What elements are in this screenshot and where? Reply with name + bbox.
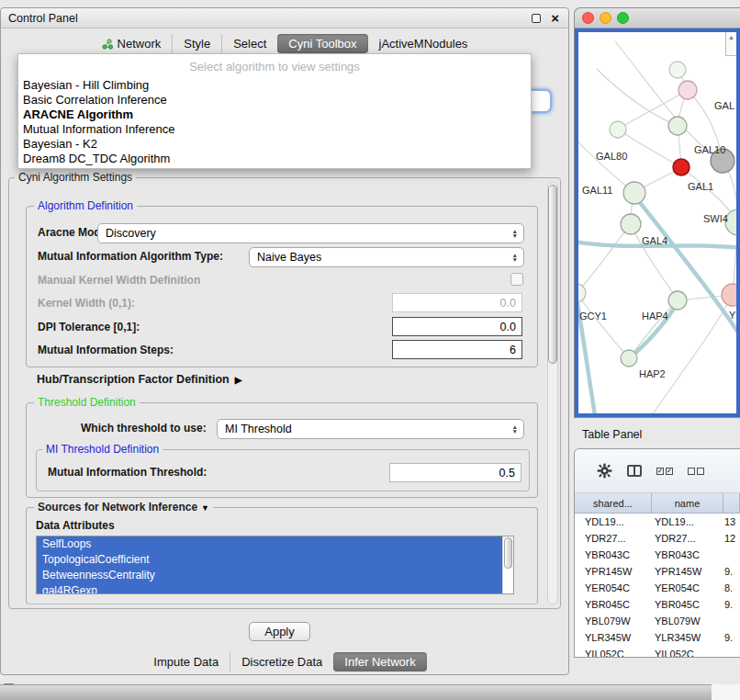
algorithm-option[interactable]: Mutual Information Inference <box>18 122 531 137</box>
network-edges-highlighted <box>578 196 737 415</box>
deselect-all-checkboxes-icon[interactable] <box>688 468 704 475</box>
tab-style[interactable]: Style <box>173 34 222 53</box>
threshold-definition-group: Threshold Definition Which threshold to … <box>26 402 538 498</box>
list-item-selected[interactable]: gal4RGexp <box>37 583 502 594</box>
columns-icon[interactable] <box>627 465 642 477</box>
bottom-statusbar <box>0 684 712 700</box>
network-node[interactable] <box>621 350 637 367</box>
manual-kernel-checkbox[interactable] <box>510 273 523 286</box>
control-panel-tabbar: Network Style Select Cyni Toolbox jActiv… <box>1 33 568 54</box>
settings-vertical-scrollbar[interactable] <box>547 182 558 604</box>
network-node[interactable] <box>668 291 687 310</box>
network-view-window: GAL GAL80 GAL10 GAL11 GAL1 SWI4 GAL4 GCY… <box>574 7 740 418</box>
hub-section-toggle[interactable]: Hub/Transcription Factor Definition▶ <box>37 373 241 386</box>
scrollbar-thumb[interactable] <box>548 185 557 364</box>
scrollbar-thumb[interactable] <box>504 537 512 569</box>
algorithm-option[interactable]: Bayesian - Hill Climbing <box>18 78 531 93</box>
network-canvas[interactable]: GAL GAL80 GAL10 GAL11 GAL1 SWI4 GAL4 GCY… <box>575 28 740 417</box>
gear-icon[interactable] <box>597 463 612 479</box>
kernel-width-field[interactable] <box>392 293 522 312</box>
column-header-shared-name[interactable]: shared... <box>575 493 652 513</box>
mi-type-label: Mutual Information Algorithm Type: <box>38 250 223 263</box>
network-node[interactable] <box>610 121 626 138</box>
table-panel-window: ✓✓ shared... name YDL19...YDL19...13 YDR… <box>574 448 740 658</box>
sources-title: Sources for Network Inference <box>38 501 197 514</box>
algorithm-option-selected[interactable]: ARACNE Algorithm <box>18 107 531 122</box>
combobox-value: MI Threshold <box>225 423 292 435</box>
list-item-selected[interactable]: BetweennessCentrality <box>37 568 502 583</box>
mi-threshold-field[interactable] <box>389 463 521 482</box>
network-node[interactable] <box>578 284 586 302</box>
bottom-corner <box>712 684 740 700</box>
network-node[interactable] <box>669 62 686 78</box>
network-node-label: GCY1 <box>579 310 607 322</box>
tab-cyni-toolbox[interactable]: Cyni Toolbox <box>277 34 367 53</box>
tab-label: Network <box>118 37 162 51</box>
data-attributes-list[interactable]: SelfLoops TopologicalCoefficient Between… <box>36 536 514 594</box>
table-row[interactable]: YBL079WYBL079W <box>575 613 740 629</box>
minimize-traffic-light-button[interactable] <box>600 12 611 24</box>
algorithm-option[interactable]: Dream8 DC_TDC Algorithm <box>18 152 531 166</box>
table-row[interactable]: YDR27...YDR27...12 <box>575 530 740 547</box>
list-vertical-scrollbar[interactable] <box>502 536 513 593</box>
network-node-label: SWI4 <box>703 213 728 224</box>
sources-toggle[interactable]: Sources for Network Inference▼ <box>34 501 213 514</box>
table-row[interactable]: YBR043CYBR043C <box>575 547 740 563</box>
which-threshold-label: Which threshold to use: <box>81 422 207 435</box>
algorithm-option[interactable]: Bayesian - K2 <box>18 137 531 152</box>
network-graph: GAL GAL80 GAL10 GAL11 GAL1 SWI4 GAL4 GCY… <box>578 32 737 415</box>
control-panel-titlebar: Control Panel × <box>1 8 568 28</box>
tab-jactivemnodules[interactable]: jActiveMNodules <box>368 34 479 53</box>
tab-discretize-data[interactable]: Discretize Data <box>230 652 333 672</box>
column-header-name[interactable]: name <box>652 493 723 513</box>
tab-infer-network[interactable]: Infer Network <box>333 652 426 672</box>
zoom-traffic-light-button[interactable] <box>617 12 629 24</box>
network-node[interactable] <box>623 182 645 204</box>
float-window-icon[interactable] <box>532 14 541 23</box>
dpi-tolerance-field[interactable] <box>392 317 522 336</box>
table-row[interactable]: YER054CYER054C8. <box>575 580 740 596</box>
hub-section-label: Hub/Transcription Factor Definition <box>37 373 230 386</box>
table-row[interactable]: YDL19...YDL19...13 <box>575 514 740 530</box>
network-vertical-scrollbar[interactable]: ▲ <box>725 32 736 56</box>
algorithm-dropdown-popup: Select algorithm to view settings Bayesi… <box>17 53 532 169</box>
list-item-selected[interactable]: SelfLoops <box>37 536 502 552</box>
select-all-checkboxes-icon[interactable]: ✓✓ <box>656 468 673 475</box>
window-title: Control Panel <box>8 12 78 25</box>
table-row[interactable]: YPR145WYPR145W9. <box>575 563 740 580</box>
table-panel-title: Table Panel <box>582 428 642 441</box>
table-row[interactable]: YIL052CYIL052C <box>575 646 740 657</box>
network-node[interactable] <box>678 81 697 99</box>
tab-network[interactable]: Network <box>91 34 174 53</box>
close-traffic-light-button[interactable] <box>582 12 594 24</box>
table-body: YDL19...YDL19...13 YDR27...YDR27...12 YB… <box>575 514 740 657</box>
combobox-value: Naive Bayes <box>257 251 321 264</box>
combobox-arrows-icon: ▲▼ <box>512 229 518 238</box>
mi-type-combobox[interactable]: Naive Bayes ▲▼ <box>249 247 524 267</box>
table-row[interactable]: YBR045CYBR045C9. <box>575 596 740 613</box>
control-panel-window: Control Panel × Network Style Select Cyn… <box>0 7 569 675</box>
apply-button[interactable]: Apply <box>249 622 310 641</box>
tab-label: Impute Data <box>153 655 219 669</box>
mi-steps-label: Mutual Information Steps: <box>38 344 174 356</box>
group-title: MI Threshold Definition <box>42 443 163 456</box>
kernel-width-label: Kernel Width (0,1): <box>38 297 135 310</box>
column-header-partial[interactable] <box>723 493 740 513</box>
group-title: Threshold Definition <box>34 396 140 409</box>
tab-impute-data[interactable]: Impute Data <box>142 652 230 672</box>
table-row[interactable]: YLR345WYLR345W9. <box>575 629 740 646</box>
network-node[interactable] <box>722 284 737 306</box>
close-icon[interactable]: × <box>551 10 559 27</box>
algorithm-option[interactable]: Basic Correlation Inference <box>18 93 531 107</box>
network-node[interactable] <box>668 117 687 135</box>
which-threshold-combobox[interactable]: MI Threshold ▲▼ <box>217 419 524 439</box>
network-node-selected[interactable] <box>673 159 690 175</box>
mi-threshold-label: Mutual Information Threshold: <box>48 466 207 479</box>
algorithm-definition-group: Algorithm Definition Aracne Mode: Discov… <box>26 206 538 367</box>
manual-kernel-label: Manual Kernel Width Definition <box>38 274 200 287</box>
tab-select[interactable]: Select <box>222 34 277 53</box>
mi-steps-field[interactable] <box>392 340 522 359</box>
list-item-selected[interactable]: TopologicalCoefficient <box>37 552 502 568</box>
network-node[interactable] <box>621 214 641 234</box>
aracne-mode-combobox[interactable]: Discovery ▲▼ <box>97 223 524 243</box>
